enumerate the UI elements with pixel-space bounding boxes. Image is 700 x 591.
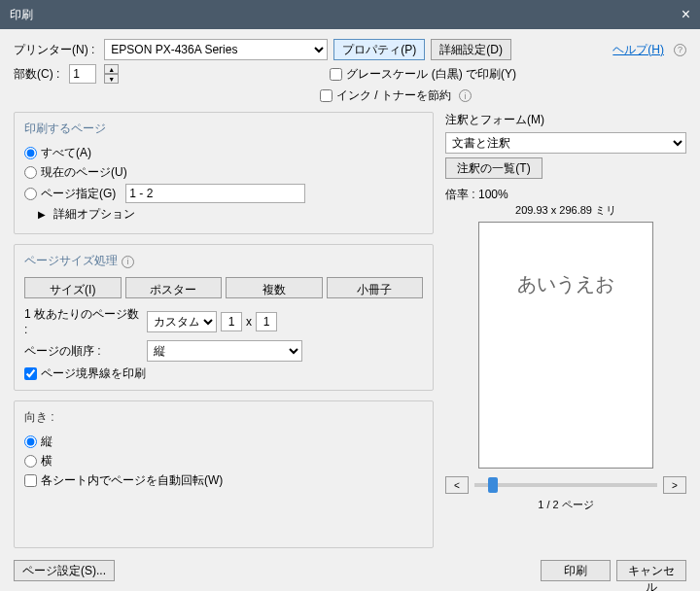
preview-next-button[interactable]: > — [663, 476, 686, 494]
pages-x-input[interactable] — [221, 312, 242, 331]
order-select[interactable]: 縦 — [147, 340, 302, 362]
x-label: x — [246, 315, 252, 329]
range-pages-radio[interactable] — [24, 188, 37, 200]
comments-select[interactable]: 文書と注釈 — [445, 132, 686, 154]
orient-title: 向き : — [24, 409, 423, 426]
printer-select[interactable]: EPSON PX-436A Series — [104, 39, 328, 60]
comments-title: 注釈とフォーム(M) — [445, 112, 682, 128]
preview-dim: 209.93 x 296.89 ミリ — [515, 203, 616, 218]
zoom-label: 倍率 : 100% — [445, 187, 682, 203]
preview-page-count: 1 / 2 ページ — [538, 498, 593, 512]
copies-up-button[interactable]: ▲ — [104, 64, 119, 74]
copies-input[interactable] — [69, 64, 96, 84]
booklet-tab-button[interactable]: 小冊子 — [327, 277, 424, 298]
orient-portrait-radio[interactable] — [24, 435, 37, 448]
properties-button[interactable]: プロパティ(P) — [333, 39, 425, 60]
range-title: 印刷するページ — [24, 121, 423, 137]
dialog-title: 印刷 — [10, 7, 33, 23]
orient-portrait-label: 縦 — [41, 434, 52, 450]
preview-page: あいうえお — [478, 222, 653, 469]
help-info-icon[interactable]: ? — [674, 44, 686, 56]
order-label: ページの順序 : — [24, 343, 139, 360]
range-all-label: すべて(A) — [41, 145, 91, 161]
range-current-radio[interactable] — [24, 166, 37, 179]
disclosure-icon[interactable]: ▶ — [38, 209, 46, 220]
advanced-button[interactable]: 詳細設定(D) — [431, 39, 511, 60]
savetoner-label: インク / トナーを節約 — [336, 87, 451, 104]
range-all-radio[interactable] — [24, 147, 37, 159]
help-link[interactable]: ヘルプ(H) — [612, 42, 664, 58]
multi-tab-button[interactable]: 複数 — [226, 277, 323, 298]
preview-prev-button[interactable]: < — [445, 476, 469, 494]
range-current-label: 現在のページ(U) — [41, 164, 127, 181]
preview-content: あいうえお — [517, 271, 614, 297]
autorotate-checkbox[interactable] — [24, 474, 37, 487]
orient-landscape-radio[interactable] — [24, 455, 37, 468]
pages-y-input[interactable] — [256, 312, 277, 331]
savetoner-info-icon[interactable]: i — [459, 89, 472, 102]
grayscale-label: グレースケール (白黒) で印刷(Y) — [346, 66, 516, 83]
range-more-label[interactable]: 詳細オプション — [53, 206, 135, 223]
range-pages-label: ページ指定(G) — [41, 186, 116, 202]
page-setup-button[interactable]: ページ設定(S)... — [14, 560, 115, 581]
cancel-button[interactable]: キャンセル — [616, 560, 686, 581]
copies-label: 部数(C) : — [14, 66, 59, 83]
close-icon[interactable]: × — [682, 6, 690, 23]
copies-down-button[interactable]: ▼ — [104, 74, 119, 84]
autorotate-label: 各シート内でページを自動回転(W) — [41, 472, 223, 489]
perpage-label: 1 枚あたりのページ数 : — [24, 306, 139, 336]
border-label: ページ境界線を印刷 — [41, 365, 146, 382]
preview-slider[interactable] — [474, 483, 657, 487]
size-info-icon[interactable]: i — [122, 256, 134, 268]
grayscale-checkbox[interactable] — [330, 68, 342, 81]
poster-tab-button[interactable]: ポスター — [125, 277, 223, 298]
size-tab-button[interactable]: サイズ(I) — [24, 277, 122, 298]
border-checkbox[interactable] — [24, 367, 37, 380]
orient-landscape-label: 横 — [41, 453, 52, 469]
savetoner-checkbox[interactable] — [320, 89, 332, 102]
printer-label: プリンター(N) : — [14, 42, 94, 58]
comments-list-button[interactable]: 注釈の一覧(T) — [445, 157, 542, 179]
range-pages-input[interactable] — [125, 184, 305, 203]
perpage-select[interactable]: カスタム... — [147, 311, 217, 332]
print-button[interactable]: 印刷 — [541, 560, 611, 581]
size-title: ページサイズ処理i — [24, 253, 423, 269]
